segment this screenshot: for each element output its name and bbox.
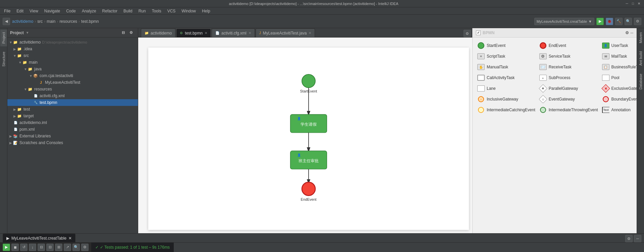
menu-refactor[interactable]: Refactor bbox=[100, 8, 120, 14]
breadcrumb-main[interactable]: main bbox=[47, 19, 55, 24]
search-button[interactable]: 🔍 bbox=[625, 18, 632, 25]
bpmn-item-inclusivegateway[interactable]: ○ InclusiveGateway bbox=[475, 94, 537, 105]
bpmn-item-intermediatecatching[interactable]: IntermediateCatchingEvent bbox=[475, 105, 537, 115]
tree-item-package[interactable]: ▼ 📦 com.cjai.testactiviti bbox=[7, 72, 138, 79]
bpmn-item-parallelgateway[interactable]: + ParallelGateway bbox=[537, 83, 600, 94]
back-button[interactable]: ◀ bbox=[3, 18, 10, 25]
stop-button[interactable]: ⏹ bbox=[11, 244, 19, 251]
bpmn-item-scripttask[interactable]: ≡ ScriptTask bbox=[475, 51, 537, 62]
bpmn-item-startevent[interactable]: StartEvent bbox=[475, 40, 537, 51]
tree-item-pom[interactable]: ▶ 📄 pom.xml bbox=[7, 126, 138, 133]
collapse-all-icon[interactable]: ⊟ bbox=[120, 30, 126, 36]
tab-close-icon[interactable]: ✕ bbox=[205, 31, 207, 35]
bpmn-item-subprocess[interactable]: + SubProcess bbox=[537, 72, 600, 83]
run-panel-minimize-icon[interactable]: ─ bbox=[634, 235, 641, 242]
menu-view[interactable]: View bbox=[27, 8, 41, 14]
menu-build[interactable]: Build bbox=[121, 8, 135, 14]
bpmn-header: ✓ BPMN ⚙ ─ bbox=[473, 28, 637, 38]
run-tab-bar: ▶ MyLeaveActivitiTest.creatTable ✕ ⚙ ─ bbox=[0, 234, 644, 243]
filter-button[interactable]: ⊟ bbox=[38, 244, 45, 251]
bpmn-panel-minimize-icon[interactable]: ─ bbox=[630, 30, 633, 35]
menu-navigate[interactable]: Navigate bbox=[42, 8, 63, 14]
bpmn-item-callactivity[interactable]: CallActivityTask bbox=[475, 72, 537, 83]
run-panel-settings-icon[interactable]: ⚙ bbox=[625, 235, 633, 242]
sidebar-tab-ant[interactable]: Ant build bbox=[637, 49, 644, 68]
bpmn-checkbox[interactable]: ✓ bbox=[476, 30, 481, 35]
bpmn-item-lane[interactable]: Lane bbox=[475, 83, 537, 94]
tab-activiti-cfg[interactable]: 📄 activiti.cfg.xml ✕ bbox=[212, 28, 255, 37]
tab-test-bpmn[interactable]: ⚙ test.bpmn ✕ bbox=[176, 28, 211, 37]
menu-file[interactable]: File bbox=[1, 8, 13, 14]
bpmn-item-endevent[interactable]: EndEvent bbox=[537, 40, 600, 51]
close-button[interactable]: ✕ bbox=[637, 1, 641, 6]
tree-item-test-bpmn[interactable]: ▶ 🔧 test.bpmn bbox=[7, 99, 138, 106]
tab-close-icon[interactable]: ✕ bbox=[249, 31, 251, 35]
maximize-button[interactable]: □ bbox=[631, 1, 635, 6]
run-tab-create-table[interactable]: ▶ MyLeaveActivitiTest.creatTable ✕ bbox=[3, 234, 75, 242]
tree-item-src[interactable]: ▼ 📁 src bbox=[7, 52, 138, 59]
parallel-gateway-shape: + bbox=[539, 84, 547, 92]
titlebar: activitidemo [D:\ideaprojects\activitide… bbox=[0, 0, 644, 7]
bpmn-item-servicetask[interactable]: ⚙ ServiceTask bbox=[537, 51, 600, 62]
tree-item-test[interactable]: ▶ 📁 test bbox=[7, 106, 138, 113]
run-settings-button[interactable]: ⚙ bbox=[81, 244, 89, 251]
tab-close-icon[interactable]: ✕ bbox=[309, 31, 311, 35]
rerun-failed-button[interactable]: ↺ bbox=[20, 244, 28, 251]
breadcrumb-src[interactable]: src bbox=[37, 19, 43, 24]
bpmn-panel-settings-icon[interactable]: ⚙ bbox=[625, 30, 629, 35]
breadcrumb-resources[interactable]: resources bbox=[59, 19, 77, 24]
sidebar-tab-structure[interactable]: Structure bbox=[0, 49, 7, 69]
tree-item-root[interactable]: ▼ 📁 activitidemo D:\ideaprojects\activit… bbox=[7, 39, 138, 46]
menu-analyze[interactable]: Analyze bbox=[79, 8, 99, 14]
sidebar-tab-project[interactable]: Project bbox=[0, 29, 7, 46]
bpmn-item-eventgateway[interactable]: ◇ EventGateway bbox=[537, 94, 600, 105]
expand-arrow: ▼ bbox=[9, 41, 13, 44]
java-file-icon: J bbox=[38, 80, 44, 85]
tree-item-main[interactable]: ▼ 📁 main bbox=[7, 59, 138, 66]
search-run-button[interactable]: 🔍 bbox=[72, 244, 80, 251]
run-config-dropdown[interactable]: MyLeaveActivitiTest.creatTable ▼ bbox=[534, 18, 594, 25]
tab-settings-button[interactable]: ⚙ bbox=[464, 30, 471, 37]
settings-button[interactable]: ⚙ bbox=[634, 18, 641, 25]
menu-run[interactable]: Run bbox=[136, 8, 149, 14]
menu-edit[interactable]: Edit bbox=[14, 8, 26, 14]
callactivity-shape bbox=[477, 75, 485, 81]
tree-item-resources[interactable]: ▼ 📁 resources bbox=[7, 86, 138, 92]
sidebar-tab-database[interactable]: Database bbox=[637, 71, 644, 92]
breadcrumb-project[interactable]: activitidemo bbox=[12, 19, 33, 24]
settings-icon[interactable]: ⚙ bbox=[128, 30, 134, 36]
expand-button[interactable]: ⊞ bbox=[55, 244, 62, 251]
run-button[interactable]: ▶ bbox=[596, 18, 604, 25]
debug-button[interactable]: 🐞 bbox=[606, 18, 613, 25]
tests-status: ✓ Tests passed: 1 of 1 test – 9s 176ms bbox=[100, 245, 170, 250]
export-button[interactable]: ↗ bbox=[64, 244, 71, 251]
menu-tools[interactable]: Tools bbox=[149, 8, 164, 14]
tree-item-iml[interactable]: ▶ 📄 activitidemo.iml bbox=[7, 119, 138, 126]
menu-vcs[interactable]: VCS bbox=[165, 8, 178, 14]
build-button[interactable]: 🔨 bbox=[615, 18, 623, 25]
rerun-button[interactable]: ▶ bbox=[3, 244, 10, 251]
breadcrumb-file[interactable]: test.bpmn bbox=[81, 19, 99, 24]
menu-help[interactable]: Help bbox=[199, 8, 213, 14]
tree-item-activiti-cfg[interactable]: ▶ 📄 activiti.cfg.xml bbox=[7, 92, 138, 99]
bpmn-item-intermediatethrowing[interactable]: IntermediateThrowingEvent bbox=[537, 105, 600, 115]
project-dropdown-icon[interactable]: ▼ bbox=[26, 31, 29, 35]
tree-item-scratches[interactable]: ▶ 📝 Scratches and Consoles bbox=[7, 139, 138, 146]
sort-button[interactable]: ↕ bbox=[29, 244, 36, 251]
tab-activitidemo[interactable]: 📁 activitidemo bbox=[141, 28, 175, 37]
sidebar-tab-maven[interactable]: Maven bbox=[637, 29, 644, 46]
project-panel: Project ▼ ⊟ ⚙ ▼ 📁 activitidemo D:\ideapr… bbox=[7, 28, 138, 233]
run-tab-close-icon[interactable]: ✕ bbox=[68, 236, 72, 241]
tree-item-target[interactable]: ▶ 📁 target bbox=[7, 113, 138, 119]
tree-item-java-file[interactable]: ▶ J MyLeaveActivitiTest bbox=[7, 79, 138, 86]
tree-item-java[interactable]: ▼ 📁 java bbox=[7, 66, 138, 72]
tree-item-idea[interactable]: ▶ 📁 .idea bbox=[7, 46, 138, 52]
minimize-button[interactable]: ─ bbox=[625, 1, 629, 6]
tree-item-ext-libs[interactable]: ▶ 📚 External Libraries bbox=[7, 133, 138, 139]
bpmn-item-receivetask[interactable]: 📨 ReceiveTask bbox=[537, 62, 600, 72]
collapse-button[interactable]: ⊟ bbox=[46, 244, 54, 251]
menu-code[interactable]: Code bbox=[63, 8, 78, 14]
tab-java-file[interactable]: J MyLeaveActivitiTest.java ✕ bbox=[256, 28, 315, 37]
bpmn-item-manualtask[interactable]: ✋ ManualTask bbox=[475, 62, 537, 72]
menu-window[interactable]: Window bbox=[179, 8, 199, 14]
